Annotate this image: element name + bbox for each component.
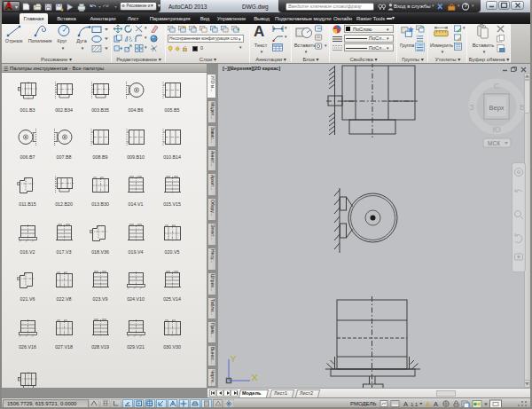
svg-text:Верх: Верх	[489, 104, 504, 112]
svg-text:Ю: Ю	[492, 125, 500, 134]
svg-text:А: А	[426, 400, 430, 408]
svg-text:МСК: МСК	[488, 140, 500, 146]
svg-text:А: А	[434, 400, 438, 408]
svg-text:1:1: 1:1	[411, 401, 419, 406]
svg-text:З: З	[469, 103, 473, 112]
svg-text:С: С	[494, 82, 500, 90]
svg-text:А: А	[403, 400, 408, 408]
svg-text:В: В	[520, 103, 525, 112]
